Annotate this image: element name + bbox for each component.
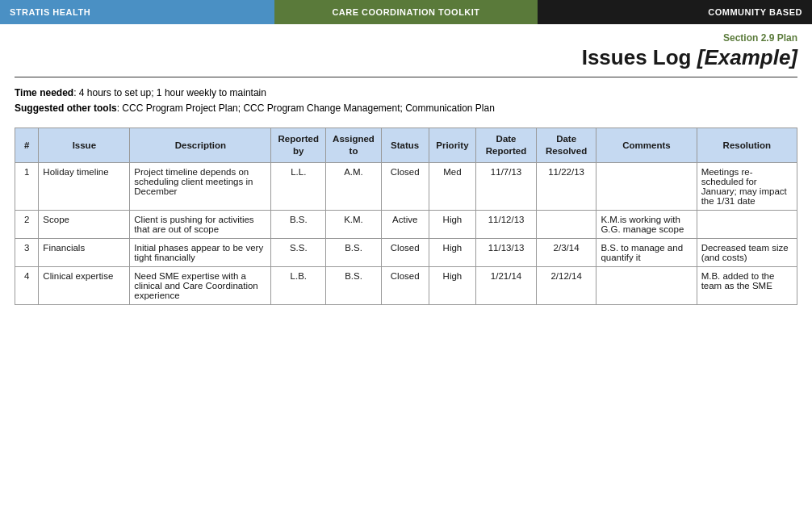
td-comments [596,267,697,305]
table-row: 3FinancialsInitial phases appear to be v… [15,239,797,267]
td-issue: Holiday timeline [39,163,130,211]
header-bar: STRATIS HEALTH CARE COORDINATION TOOLKIT… [0,0,812,24]
td-num: 3 [15,239,39,267]
td-resolution: Meetings re-scheduled for January; may i… [697,163,797,211]
td-assigned-to: B.S. [326,239,382,267]
td-date-reported: 11/12/13 [476,211,537,239]
td-issue: Financials [39,239,130,267]
td-assigned-to: A.M. [326,163,382,211]
td-resolution: Decreased team size (and costs) [697,239,797,267]
td-reported-by: L.L. [271,163,326,211]
td-description: Need SME expertise with a clinical and C… [130,267,271,305]
header-center-label: CARE COORDINATION TOOLKIT [332,7,479,17]
td-comments: B.S. to manage and quantify it [596,239,697,267]
main-content: Section 2.9 Plan Issues Log [Example] Ti… [0,24,812,313]
th-status: Status [381,128,429,163]
td-assigned-to: K.M. [326,211,382,239]
td-assigned-to: B.S. [326,267,382,305]
td-issue: Scope [39,211,130,239]
td-priority: High [429,211,476,239]
td-description: Initial phases appear to be very tight f… [130,239,271,267]
td-date-resolved: 2/12/14 [536,267,596,305]
td-issue: Clinical expertise [39,267,130,305]
th-date-reported: Date Reported [476,128,537,163]
td-status: Active [381,211,429,239]
header-left: STRATIS HEALTH [0,0,274,24]
td-date-reported: 11/7/13 [476,163,537,211]
td-date-resolved: 2/3/14 [536,239,596,267]
th-reported-by: Reported by [271,128,326,163]
section-title: Section 2.9 Plan [15,32,797,44]
td-priority: High [429,239,476,267]
table-row: 2ScopeClient is pushing for activities t… [15,211,797,239]
table-row: 4Clinical expertiseNeed SME expertise wi… [15,267,797,305]
issues-table: # Issue Description Reported by Assigned… [15,128,797,305]
th-num: # [15,128,39,163]
td-resolution: M.B. added to the team as the SME [697,267,797,305]
info-suggested-value: : CCC Program Project Plan; CCC Program … [117,102,495,114]
td-status: Closed [381,239,429,267]
header-center: CARE COORDINATION TOOLKIT [274,0,538,24]
td-resolution [697,211,797,239]
td-reported-by: S.S. [271,239,326,267]
info-suggested-line: Suggested other tools: CCC Program Proje… [15,101,797,116]
th-date-resolved: Date Resolved [536,128,596,163]
title-divider [15,77,797,77]
td-priority: High [429,267,476,305]
td-date-resolved [536,211,596,239]
page-title-plain: Issues Log [582,45,697,69]
td-date-reported: 1/21/14 [476,267,537,305]
th-resolution: Resolution [697,128,797,163]
th-assigned-to: Assigned to [326,128,382,163]
th-comments: Comments [596,128,697,163]
header-left-label: STRATIS HEALTH [10,7,90,17]
info-block: Time needed: 4 hours to set up; 1 hour w… [15,86,797,116]
info-time-label: Time needed [15,87,73,98]
td-status: Closed [381,267,429,305]
info-suggested-label: Suggested other tools [15,102,117,114]
td-comments: K.M.is working with G.G. manage scope [596,211,697,239]
table-header-row: # Issue Description Reported by Assigned… [15,128,797,163]
table-row: 1Holiday timelineProject timeline depend… [15,163,797,211]
header-right: COMMUNITY BASED [538,0,812,24]
th-priority: Priority [429,128,476,163]
page-title: Issues Log [Example] [15,45,797,70]
td-description: Project timeline depends on scheduling c… [130,163,271,211]
td-reported-by: B.S. [271,211,326,239]
td-description: Client is pushing for activities that ar… [130,211,271,239]
td-num: 2 [15,211,39,239]
th-issue: Issue [39,128,130,163]
td-num: 1 [15,163,39,211]
page-title-italic: [Example] [697,45,797,69]
td-date-resolved: 11/22/13 [536,163,596,211]
td-comments [596,163,697,211]
td-num: 4 [15,267,39,305]
td-date-reported: 11/13/13 [476,239,537,267]
td-status: Closed [381,163,429,211]
info-time-value: : 4 hours to set up; 1 hour weekly to ma… [73,87,266,98]
td-reported-by: L.B. [271,267,326,305]
th-description: Description [130,128,271,163]
header-right-label: COMMUNITY BASED [708,7,802,17]
info-time-line: Time needed: 4 hours to set up; 1 hour w… [15,86,797,101]
td-priority: Med [429,163,476,211]
